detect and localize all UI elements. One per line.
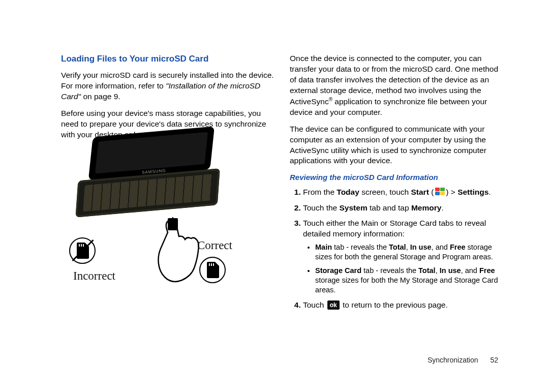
text: .	[441, 203, 443, 212]
ok-button-icon: ok	[327, 300, 340, 310]
text: Touch	[303, 300, 326, 309]
text: tab - reveals the	[332, 243, 389, 251]
text-bold: Main	[315, 243, 332, 251]
paragraph: Verify your microSD card is securely ins…	[61, 70, 274, 102]
page-footer: Synchronization 52	[428, 356, 498, 364]
text: (	[429, 188, 434, 196]
paragraph: The device can be configured to communic…	[290, 124, 503, 167]
text: on page 9.	[81, 92, 120, 101]
footer-section: Synchronization	[428, 356, 478, 364]
text-bold: Free	[479, 266, 495, 275]
illustration: SAMSUNG Incorrect	[61, 146, 234, 293]
bullet-item: Storage Card tab - reveals the Total, In…	[315, 266, 503, 295]
text: From the	[303, 188, 337, 196]
bullet-list: Main tab - reveals the Total, In use, an…	[303, 243, 503, 294]
step-item: From the Today screen, touch Start () > …	[303, 187, 503, 198]
text: ) >	[446, 188, 458, 196]
registered-symbol: ®	[329, 97, 332, 102]
text-bold: Memory	[411, 203, 441, 212]
text-bold: Settings	[458, 188, 489, 196]
text-bold: Start	[411, 188, 429, 196]
svg-rect-6	[213, 263, 214, 266]
text: storage sizes for both the My Storage an…	[315, 276, 498, 294]
text: ,	[436, 266, 440, 275]
text: tab - reveals the	[361, 266, 418, 275]
text-bold: In use	[410, 243, 432, 251]
section-heading: Loading Files to Your microSD Card	[61, 53, 274, 65]
steps-list: From the Today screen, touch Start () > …	[290, 187, 503, 311]
text-bold: Storage Card	[315, 266, 361, 275]
sdcard-correct-icon	[199, 257, 226, 283]
text-bold: In use	[440, 266, 461, 275]
text: .	[489, 188, 491, 196]
step-item: Touch either the Main or Storage Card ta…	[303, 218, 503, 294]
text: Touch either the Main or Storage Card ta…	[303, 219, 486, 238]
step-item: Touch ok to return to the previous page.	[303, 300, 503, 311]
svg-rect-5	[211, 263, 212, 266]
text: to return to the previous page.	[341, 300, 448, 309]
sdcard-incorrect-icon	[69, 237, 96, 264]
subsection-heading: Reviewing the microSD Card Information	[290, 172, 503, 183]
label-correct: Correct	[197, 237, 232, 253]
right-column: Once the device is connected to the comp…	[290, 53, 503, 372]
text: , and	[461, 266, 479, 275]
text-bold: Free	[450, 243, 466, 251]
text-bold: Today	[337, 188, 359, 196]
text: tab and tap	[368, 203, 411, 212]
bullet-item: Main tab - reveals the Total, In use, an…	[315, 243, 503, 262]
text-bold: Total	[418, 266, 436, 275]
microsd-icon	[206, 262, 219, 278]
svg-rect-3	[168, 218, 178, 230]
text: Touch the	[303, 203, 340, 212]
text: screen, touch	[359, 188, 411, 196]
svg-rect-4	[209, 263, 210, 266]
left-column: Loading Files to Your microSD Card Verif…	[61, 53, 274, 372]
text-bold: Total	[389, 243, 406, 251]
text: , and	[432, 243, 450, 251]
svg-rect-2	[83, 244, 84, 247]
page-number: 52	[490, 356, 498, 364]
svg-rect-1	[81, 244, 82, 247]
svg-rect-0	[79, 244, 80, 247]
label-incorrect: Incorrect	[73, 268, 115, 284]
microsd-icon	[76, 243, 89, 259]
paragraph: Once the device is connected to the comp…	[290, 53, 503, 118]
step-item: Touch the System tab and tap Memory.	[303, 203, 503, 214]
text-bold: System	[340, 203, 368, 212]
text: ,	[406, 243, 410, 251]
windows-logo-icon	[435, 188, 445, 196]
device-drawing: SAMSUNG	[75, 143, 230, 225]
